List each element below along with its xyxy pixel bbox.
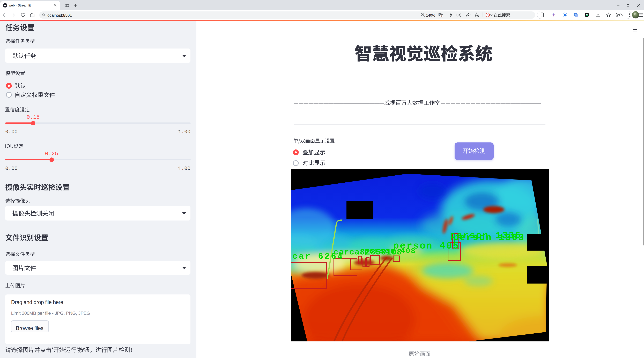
svg-text:!: ! (565, 14, 566, 16)
svg-text:person 1363: person 1363 (453, 233, 524, 243)
svg-text:文: 文 (576, 15, 578, 17)
svg-text:文: 文 (441, 15, 443, 17)
svg-text:S: S (487, 14, 488, 17)
